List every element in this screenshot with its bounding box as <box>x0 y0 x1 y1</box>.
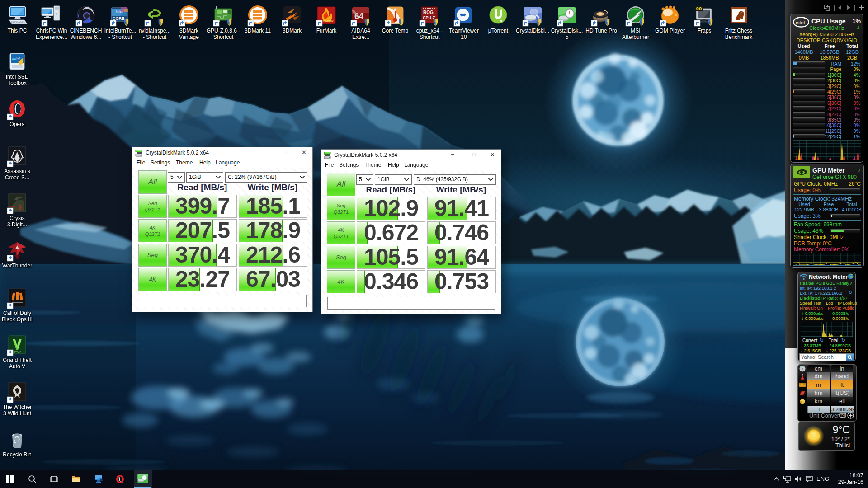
svg-text:intel: intel <box>796 20 805 25</box>
svg-text:CORE: CORE <box>113 16 124 21</box>
svg-text:3: 3 <box>18 204 22 211</box>
svg-text:99: 99 <box>696 6 702 12</box>
svg-text:GTA V: GTA V <box>13 351 21 353</box>
svg-text:ROG: ROG <box>423 10 434 15</box>
svg-text:intel: intel <box>12 56 20 61</box>
